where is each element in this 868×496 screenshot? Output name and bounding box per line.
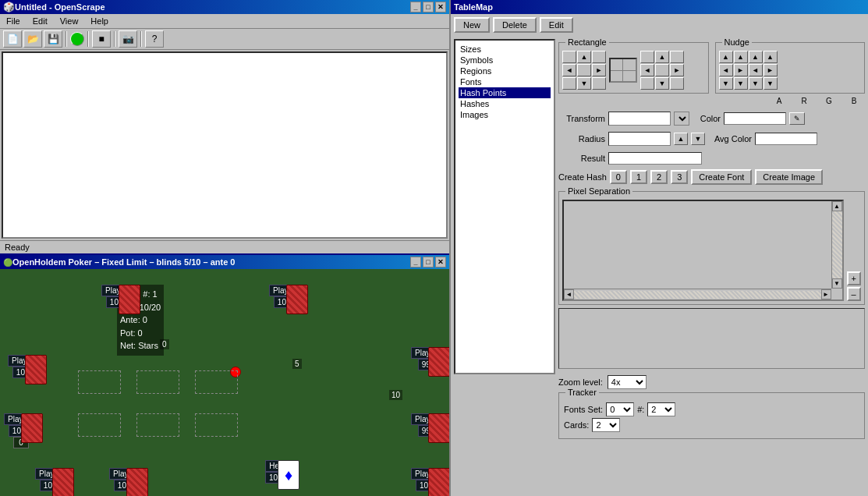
nudge-b1[interactable]: ▼ [719,77,733,90]
fonts-set-dropdown[interactable]: 0 [606,402,634,416]
rect-t[interactable]: ▲ [577,51,591,63]
cards-label: Cards: [564,420,589,430]
help-button[interactable]: ? [145,30,164,48]
nudge-m1[interactable]: ◄ [719,64,733,76]
open-file-button[interactable]: 📂 [23,30,42,48]
radius-input[interactable] [608,132,671,146]
result-input[interactable] [608,152,702,165]
nudge-group: Nudge ▲ ▲ ▲ ▲ ◄ ► [715,42,866,94]
a-label: A [768,97,790,105]
menu-edit[interactable]: Edit [30,16,51,27]
nudge-t2[interactable]: ▲ [734,51,748,63]
rect-c[interactable] [577,64,591,76]
delete-button[interactable]: Delete [493,17,537,33]
rect-l[interactable]: ◄ [562,64,576,76]
nudge-b2[interactable]: ▼ [734,77,748,90]
tracker-title: Tracker [565,388,599,397]
transform-dropdown[interactable] [674,112,689,126]
rect-s-bl[interactable] [640,77,654,90]
menu-view[interactable]: View [57,16,82,27]
rect-s-b[interactable]: ▼ [655,77,669,90]
rect-tr[interactable] [592,51,606,63]
poker-maximize[interactable]: □ [423,257,434,267]
radius-up[interactable]: ▲ [674,133,688,145]
rect-s-t[interactable]: ▲ [655,51,669,63]
tree-item-symbols[interactable]: Symbols [459,55,551,66]
rect-tl[interactable] [562,51,576,63]
color-pick-btn[interactable]: ✎ [789,112,805,125]
tree-item-images[interactable]: Images [459,109,551,120]
poker-minimize[interactable]: _ [410,257,421,267]
player3-area: Player3 1000 [411,468,445,491]
cards-dropdown[interactable]: 2 [592,418,620,432]
zoom-dropdown[interactable]: 4x 2x 1x 8x [608,375,647,389]
nudge-b3[interactable]: ▼ [749,77,763,90]
sep-plus-btn[interactable]: + [847,271,861,285]
player9-area: Player9 1000 [101,285,136,308]
record-button[interactable] [70,32,84,46]
transform-label: Transform [558,114,605,123]
nudge-m2[interactable]: ► [734,64,748,76]
rect-r[interactable]: ► [592,64,606,76]
rect-s-c[interactable] [655,64,669,76]
rect-s-tl[interactable] [640,51,654,63]
tree-item-hashes[interactable]: Hashes [459,98,551,109]
tracker-group: Tracker Fonts Set: 0 #: 2 [558,392,865,439]
nudge-b4[interactable]: ▼ [763,77,778,90]
menu-file[interactable]: File [3,16,23,27]
nudge-t1[interactable]: ▲ [719,51,733,63]
tree-item-regions[interactable]: Regions [459,66,551,76]
player7-area: Player7 1000 0 [4,413,38,448]
nudge-t4[interactable]: ▲ [763,51,778,63]
bet-5-display: 5 [292,359,302,369]
player0-area: Player0 1000 [269,285,303,308]
hash-1-btn[interactable]: 1 [630,170,647,184]
maximize-button[interactable]: □ [423,2,434,12]
rect-size-icon [609,58,637,83]
radius-label: Radius [558,134,605,143]
nudge-t3[interactable]: ▲ [749,51,763,63]
transform-input[interactable] [608,112,671,126]
rect-s-tr[interactable] [670,51,684,63]
poker-close[interactable]: ✕ [435,257,446,267]
avg-color-label: Avg Color [708,134,752,143]
hand-net: Net: Stars [120,339,161,353]
hscroll-left[interactable]: ◄ [564,289,574,299]
hscroll-right[interactable]: ► [821,289,831,299]
rect-br[interactable] [592,77,606,90]
hash-0-btn[interactable]: 0 [610,170,627,184]
rect-bl[interactable] [562,77,576,90]
nudge-m3[interactable]: ◄ [749,64,763,76]
sep-minus-btn[interactable]: – [847,287,861,301]
screenshot-button[interactable]: 📷 [119,30,137,48]
hash-num-dropdown[interactable]: 2 [647,402,675,416]
edit-button[interactable]: Edit [540,17,573,33]
rect-b[interactable]: ▼ [577,77,591,90]
close-button[interactable]: ✕ [435,2,446,12]
stop-button[interactable]: ■ [92,30,111,48]
new-button[interactable]: New [454,17,490,33]
tree-item-fonts[interactable]: Fonts [459,76,551,87]
vscroll-up[interactable]: ▲ [832,201,842,211]
create-image-button[interactable]: Create Image [755,169,823,185]
minimize-button[interactable]: _ [410,2,421,12]
nudge-m4[interactable]: ► [763,64,778,76]
poker-title-bar: 🟢 OpenHoldem Poker – Fixed Limit – blind… [0,255,449,269]
menu-help[interactable]: Help [87,16,112,27]
rect-s-br[interactable] [670,77,684,90]
vscroll-down[interactable]: ▼ [832,278,842,289]
new-file-button[interactable]: 📄 [3,30,22,48]
pixel-sep-vscroll[interactable]: ▲ ▼ [831,201,842,289]
hash-3-btn[interactable]: 3 [671,170,688,184]
hash-2-btn[interactable]: 2 [650,170,668,184]
radius-down[interactable]: ▼ [691,133,705,145]
create-font-button[interactable]: Create Font [691,169,752,185]
pixel-sep-hscroll[interactable]: ◄ ► [564,289,831,299]
poker-table: Hand #: 1 FL 5/10/20 Ante: 0 Pot: 0 Net:… [0,269,449,496]
rect-s-r[interactable]: ► [670,64,684,76]
rect-s-l[interactable]: ◄ [640,64,654,76]
rectangle-title: Rectangle [565,37,609,47]
tree-item-hashpoints[interactable]: Hash Points [459,87,551,98]
save-file-button[interactable]: 💾 [44,30,62,48]
tree-item-sizes[interactable]: Sizes [459,44,551,55]
